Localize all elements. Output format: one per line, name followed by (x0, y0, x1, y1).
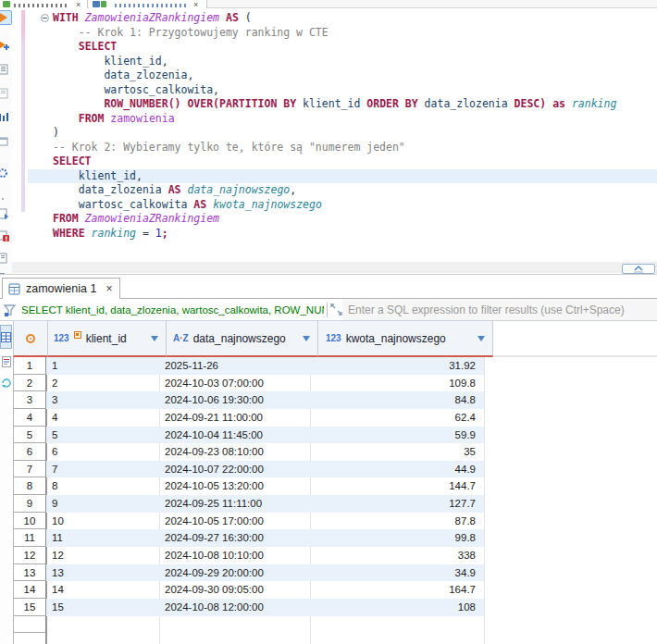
row-number[interactable]: 7 (13, 461, 46, 478)
table-row[interactable]: 12122024-10-08 10:10:00338 (13, 547, 657, 564)
row-number[interactable]: 12 (13, 547, 46, 564)
grid-view-tab[interactable] (0, 325, 12, 349)
row-number-empty[interactable] (13, 616, 46, 634)
row-number[interactable]: 15 (13, 599, 46, 616)
table-row[interactable]: 662024-09-23 08:10:0035 (13, 443, 657, 461)
cell-klient-id[interactable]: 13 (46, 564, 159, 582)
row-number[interactable]: 6 (13, 443, 46, 461)
row-number[interactable]: 2 (13, 375, 46, 392)
cell-data-najnowszego[interactable]: 2024-09-23 08:10:00 (159, 443, 310, 461)
cell-data-najnowszego[interactable]: 2024-10-08 10:10:00 (159, 547, 310, 564)
code-line[interactable]: klient_id, (53, 55, 657, 69)
cell-data-najnowszego[interactable]: 2024-10-06 19:30:00 (159, 391, 310, 409)
sort-dropdown-icon[interactable] (151, 336, 158, 341)
cell-kwota-najnowszego[interactable]: 34.9 (310, 564, 484, 582)
cell-data-najnowszego[interactable]: 2025-11-26 (159, 357, 310, 375)
code-line[interactable]: FROM ZamowieniaZRankingiem (53, 212, 657, 227)
cell-klient-id[interactable]: 2 (46, 375, 159, 392)
table-row[interactable]: 11112024-09-27 16:30:0099.8 (13, 529, 657, 547)
table-row[interactable]: 112025-11-2631.92 (13, 357, 657, 375)
code-line[interactable]: wartosc_calkowita, (53, 83, 657, 98)
sql-editor[interactable]: WITH ZamowieniaZRankingiem AS ( -- Krok … (0, 8, 657, 274)
text-view-tab[interactable] (2, 356, 11, 367)
cell-klient-id[interactable]: 6 (46, 443, 159, 461)
table-row[interactable]: 222024-10-03 07:00:00109.8 (13, 375, 657, 392)
column-header-klient-id[interactable]: 123 klient_id (48, 321, 167, 357)
refresh-icon[interactable] (2, 378, 11, 388)
cell-data-najnowszego[interactable]: 2024-10-05 17:00:00 (159, 513, 310, 530)
cell-data-najnowszego[interactable]: 2024-09-25 11:11:00 (159, 495, 310, 513)
cell-klient-id[interactable]: 14 (46, 581, 159, 599)
results-tab-zamowienia[interactable]: zamowienia 1 × (2, 278, 120, 299)
cell-kwota-najnowszego[interactable]: 44.9 (310, 461, 484, 478)
cell-klient-id[interactable]: 11 (46, 529, 159, 547)
code-line[interactable]: data_zlozenia, (53, 68, 657, 83)
code-line[interactable]: ROW_NUMBER() OVER(PARTITION BY klient_id… (53, 97, 657, 112)
row-number[interactable]: 8 (13, 477, 46, 495)
cell-kwota-najnowszego[interactable]: 99.8 (310, 529, 484, 547)
row-number[interactable]: 14 (13, 581, 46, 599)
cell-klient-id[interactable]: 8 (46, 477, 159, 495)
sort-dropdown-icon[interactable] (477, 336, 485, 341)
close-icon[interactable]: × (105, 282, 112, 295)
filter-expression-input[interactable]: Enter a SQL expression to filter results… (342, 299, 657, 320)
cell-klient-id[interactable]: 3 (46, 391, 159, 409)
row-number-empty[interactable] (13, 633, 46, 644)
code-line[interactable]: WITH ZamowieniaZRankingiem AS ( (53, 11, 657, 26)
active-filter-statement[interactable]: SELECT klient_id, data_zlozenia, wartosc… (21, 304, 324, 316)
table-row[interactable]: 442024-09-21 11:00:0062.4 (13, 409, 657, 427)
row-number[interactable]: 3 (13, 391, 46, 409)
sort-dropdown-icon[interactable] (303, 336, 310, 341)
row-number[interactable]: 11 (13, 529, 46, 547)
cell-klient-id[interactable]: 4 (46, 409, 159, 427)
sql-code-area[interactable]: WITH ZamowieniaZRankingiem AS ( -- Krok … (0, 8, 657, 261)
cell-kwota-najnowszego[interactable]: 35 (310, 443, 484, 461)
restore-panel-button[interactable] (622, 264, 655, 274)
cell-klient-id[interactable]: 5 (46, 427, 159, 444)
editor-tab-2[interactable]: × (89, 0, 207, 8)
row-number[interactable]: 4 (13, 409, 46, 427)
table-row[interactable]: 552024-10-04 11:45:0059.9 (13, 427, 657, 444)
row-number[interactable]: 10 (13, 513, 46, 530)
cell-kwota-najnowszego[interactable]: 164.7 (310, 581, 484, 599)
cell-kwota-najnowszego[interactable]: 87.8 (310, 513, 484, 530)
cell-data-najnowszego[interactable]: 2024-10-03 07:00:00 (159, 375, 310, 392)
cell-data-najnowszego[interactable]: 2024-10-07 22:00:00 (159, 461, 310, 478)
column-header-kwota-najnowszego[interactable]: 123 kwota_najnowszego (318, 321, 493, 357)
cell-klient-id[interactable]: 7 (46, 461, 159, 478)
cell-kwota-najnowszego[interactable]: 144.7 (310, 477, 484, 495)
editor-horizontal-scrollbar[interactable] (12, 262, 657, 273)
cell-data-najnowszego[interactable]: 2024-09-30 09:05:00 (159, 581, 310, 599)
table-row[interactable]: 332024-10-06 19:30:0084.8 (13, 391, 657, 409)
cell-kwota-najnowszego[interactable]: 338 (310, 547, 484, 564)
expand-filter-icon[interactable] (330, 303, 342, 316)
cell-klient-id[interactable]: 1 (46, 357, 159, 375)
close-icon[interactable]: × (76, 1, 81, 9)
cell-kwota-najnowszego[interactable]: 108 (310, 599, 484, 616)
cell-kwota-najnowszego[interactable]: 84.8 (310, 391, 484, 409)
code-line[interactable]: -- Krok 2: Wybieramy tylko te, które są … (53, 141, 657, 155)
editor-tab-1[interactable]: × (0, 0, 88, 8)
row-number[interactable]: 5 (13, 427, 46, 444)
code-line[interactable]: SELECT (53, 155, 657, 169)
row-number[interactable]: 1 (13, 357, 46, 375)
row-number[interactable]: 9 (13, 495, 46, 513)
table-row[interactable]: 14142024-09-30 09:05:00164.7 (13, 581, 657, 599)
code-line[interactable]: SELECT (53, 40, 657, 55)
row-number-header[interactable] (13, 321, 48, 357)
code-line[interactable]: WHERE ranking = 1; (53, 227, 657, 242)
cell-kwota-najnowszego[interactable]: 109.8 (310, 375, 484, 392)
cell-data-najnowszego[interactable]: 2024-10-05 13:20:00 (159, 477, 310, 495)
code-line[interactable]: FROM zamowienia (53, 112, 657, 127)
cell-klient-id[interactable]: 9 (46, 495, 159, 513)
code-line[interactable]: -- Krok 1: Przygotowujemy ranking w CTE (53, 26, 657, 41)
cell-data-najnowszego[interactable]: 2024-10-08 12:00:00 (159, 599, 310, 616)
cell-klient-id[interactable]: 12 (46, 547, 159, 564)
row-number[interactable]: 13 (13, 564, 46, 582)
cell-data-najnowszego[interactable]: 2024-10-04 11:45:00 (159, 427, 310, 444)
column-header-data-najnowszego[interactable]: A·Z data_najnowszego (167, 321, 318, 357)
table-row[interactable]: 13132024-09-29 20:00:0034.9 (13, 564, 657, 582)
table-row[interactable]: 15152024-10-08 12:00:00108 (13, 599, 657, 616)
table-row[interactable]: 10102024-10-05 17:00:0087.8 (13, 513, 657, 530)
table-row[interactable]: 772024-10-07 22:00:0044.9 (13, 461, 657, 478)
